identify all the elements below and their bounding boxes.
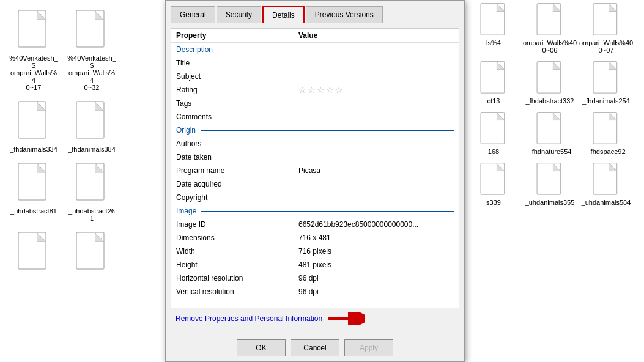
star-4: ☆ [326, 85, 334, 95]
star-2: ☆ [308, 85, 316, 95]
table-row[interactable]: Program name Picasa [171, 164, 459, 177]
tab-previous-versions[interactable]: Previous Versions [306, 6, 383, 23]
table-row[interactable]: Height 481 pixels [171, 258, 459, 272]
table-row[interactable]: Tags [171, 97, 459, 110]
table-row[interactable]: Width 716 pixels [171, 245, 459, 258]
table-row[interactable]: Copyright [171, 191, 459, 204]
star-5: ☆ [335, 85, 343, 95]
dialog-content: Property Value Description Title Subject [166, 23, 464, 334]
explorer-left-panel: %40Venkatesh_Sompari_Walls%40~17 %40Venk… [0, 0, 165, 362]
table-row[interactable]: Authors [171, 137, 459, 150]
property-table: Property Value Description Title Subject [171, 28, 459, 308]
tab-general[interactable]: General [171, 6, 215, 23]
dialog-buttons: OK Cancel Apply [166, 334, 464, 361]
star-3: ☆ [317, 85, 325, 95]
list-item[interactable]: %40Venkatesh_Sompari_Walls%40~17 [6, 6, 61, 94]
table-row[interactable]: Image ID 6652d61bb923ec85000000000000... [171, 218, 459, 231]
list-item[interactable]: _uhdabstract81 [6, 159, 61, 225]
list-item[interactable]: %40Venkatesh_Sompari_Walls%40~32 [64, 6, 119, 94]
tabs-bar: General Security Details Previous Versio… [166, 1, 464, 23]
list-item[interactable] [64, 228, 119, 279]
table-row[interactable]: Date taken [171, 150, 459, 164]
table-row[interactable]: Horizontal resolution 96 dpi [171, 272, 459, 285]
list-item[interactable]: _fhdanimals384 [64, 97, 119, 156]
table-row[interactable]: Subject [171, 70, 459, 83]
remove-link-area: Remove Properties and Personal Informati… [171, 308, 459, 329]
ok-button[interactable]: OK [237, 339, 286, 356]
section-origin: Origin [171, 124, 459, 137]
tab-details[interactable]: Details [262, 6, 305, 23]
table-row[interactable]: Vertical resolution 96 dpi [171, 285, 459, 298]
table-header: Property Value [171, 29, 459, 43]
properties-dialog: General Security Details Previous Versio… [165, 0, 465, 362]
column-value-header: Value [298, 31, 454, 40]
arrow-icon [328, 312, 365, 325]
table-row[interactable]: Comments [171, 110, 459, 124]
star-1: ☆ [298, 85, 306, 95]
section-description: Description [171, 43, 459, 56]
cancel-button[interactable]: Cancel [291, 339, 339, 356]
table-row[interactable]: Title [171, 56, 459, 70]
remove-properties-link[interactable]: Remove Properties and Personal Informati… [176, 314, 322, 323]
tab-security[interactable]: Security [217, 6, 261, 23]
list-item[interactable] [6, 228, 61, 279]
explorer-right-panel: ls%4 ompari_Walls%400~06 ompari_Walls%40… [465, 0, 644, 362]
apply-button[interactable]: Apply [344, 339, 393, 356]
rating-stars: ☆ ☆ ☆ ☆ ☆ [298, 85, 454, 95]
file-icon-1 [15, 9, 52, 52]
table-row[interactable]: Date acquired [171, 177, 459, 191]
section-image: Image [171, 204, 459, 218]
column-property-header: Property [176, 31, 298, 40]
table-body[interactable]: Description Title Subject Rating ☆ [171, 43, 459, 308]
list-item[interactable]: _uhdabstract261 [64, 159, 119, 225]
table-row[interactable]: Dimensions 716 x 481 [171, 231, 459, 245]
list-item[interactable]: _fhdanimals334 [6, 97, 61, 156]
table-row[interactable]: Rating ☆ ☆ ☆ ☆ ☆ [171, 83, 459, 97]
